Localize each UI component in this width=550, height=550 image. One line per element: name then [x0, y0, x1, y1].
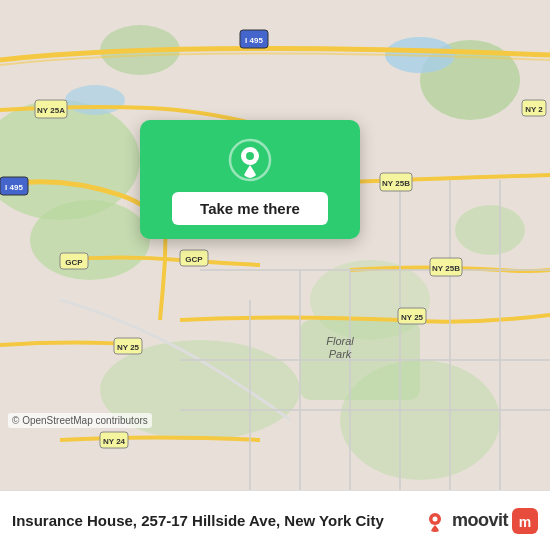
location-pin-small-icon	[424, 510, 446, 532]
svg-text:NY 25A: NY 25A	[37, 106, 65, 115]
svg-text:NY 2: NY 2	[525, 105, 543, 114]
moovit-brand-text: moovit	[452, 510, 508, 531]
svg-text:GCP: GCP	[185, 255, 203, 264]
svg-point-9	[455, 205, 525, 255]
svg-text:m: m	[519, 514, 531, 530]
map-attribution: © OpenStreetMap contributors	[8, 413, 152, 428]
svg-text:NY 25: NY 25	[401, 313, 424, 322]
location-address: 257-17 Hillside Ave, New York City	[141, 512, 384, 529]
svg-text:Floral: Floral	[326, 335, 354, 347]
svg-text:I 495: I 495	[245, 36, 263, 45]
svg-text:NY 24: NY 24	[103, 437, 126, 446]
popup-card: Take me there	[140, 120, 360, 239]
svg-text:NY 25B: NY 25B	[432, 264, 460, 273]
svg-text:GCP: GCP	[65, 258, 83, 267]
svg-point-11	[65, 85, 125, 115]
location-pin-icon	[228, 138, 272, 182]
svg-point-49	[246, 152, 254, 160]
take-me-there-button[interactable]: Take me there	[172, 192, 328, 225]
location-title: Insurance House, 257-17 Hillside Ave, Ne…	[12, 512, 424, 529]
moovit-brand-icon: m	[512, 508, 538, 534]
moovit-logo: moovit m	[452, 508, 538, 534]
bottom-bar: Insurance House, 257-17 Hillside Ave, Ne…	[0, 490, 550, 550]
map-container: NY 25A I 495 I 495 GCP GCP GCP NY 25B NY…	[0, 0, 550, 490]
svg-text:I 495: I 495	[5, 183, 23, 192]
svg-text:NY 25: NY 25	[117, 343, 140, 352]
svg-point-51	[432, 516, 437, 521]
svg-text:Park: Park	[329, 348, 352, 360]
location-name-bold: Insurance House,	[12, 512, 137, 529]
svg-point-2	[30, 200, 150, 280]
svg-text:NY 25B: NY 25B	[382, 179, 410, 188]
